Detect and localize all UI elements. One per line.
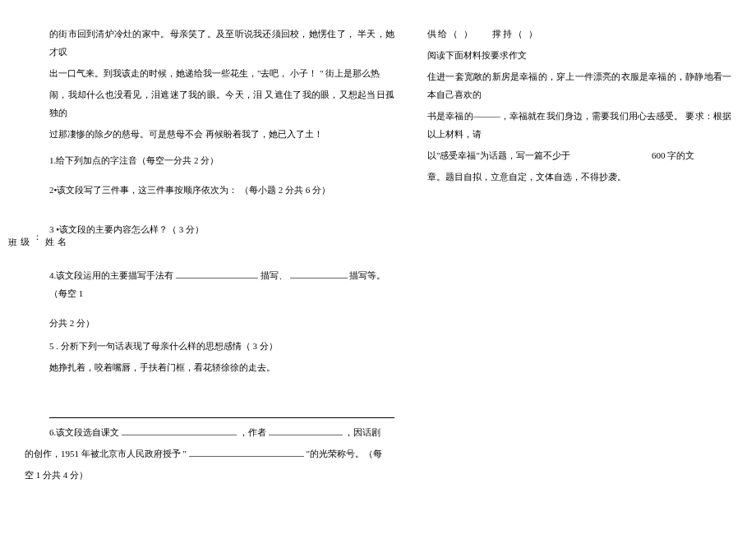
essay-text: 以"感受幸福"为话题，写一篇不少于	[427, 150, 570, 160]
q6-line3: 空 1 分共 4 分）	[25, 466, 394, 484]
question-5-line2: 她挣扎着，咬着嘴唇，手扶着门框，看花轿徐徐的走去。	[49, 358, 394, 376]
word-chengchi[interactable]: 撑持（ ）	[492, 29, 539, 39]
passage-line: 闹，我却什么也没看见，泪遮迷了我的眼。今天，泪 又遮住了我的眼，又想起当日孤独的	[49, 85, 394, 122]
essay-line: 以"感受幸福"为话题，写一篇不少于 600 字的文	[427, 146, 731, 164]
essay-heading: 阅读下面材料按要求作文	[427, 46, 731, 64]
q6-text: ，因话剧	[344, 427, 380, 437]
question-2: 2•该文段写了三件事，这三件事按顺序依次为： （每小题 2 分共 6 分）	[49, 181, 394, 199]
q4-line2: 分共 2 分）	[49, 314, 394, 332]
question-4: 4.该文段运用的主要描写手法有 描写、 描写等。（每空 1	[49, 266, 394, 302]
q6-text: "的光荣称号。（每	[307, 449, 383, 458]
passage-line: 过那凄惨的除夕的慈母。可是慈母不会 再候盼着我了，她已入了土！	[49, 125, 394, 143]
question-5-line1: 5 . 分析下列一句话表现了母亲什么样的思想感情（ 3 分）	[49, 337, 394, 355]
question-3: 3 •该文段的主要内容怎么样？（ 3 分）	[49, 220, 394, 238]
margin-surname: 姓	[44, 230, 56, 476]
margin-colon: ：	[31, 230, 44, 476]
margin-name: 名	[56, 230, 68, 476]
margin-group: 班	[7, 230, 19, 476]
vertical-margin-labels: 名 姓 ： 级 班	[7, 230, 68, 476]
fill-blank[interactable]	[122, 426, 237, 435]
fill-blank[interactable]	[269, 426, 343, 435]
right-column: 供给（ ） 撑持（ ） 阅读下面材料按要求作文 住进一套宽敞的新房是幸福的，穿上…	[427, 25, 740, 534]
left-column: 的街市回到清炉冷灶的家中。母亲笑了。及至听说我还须回校，她愣住了， 半天，她才叹…	[16, 25, 403, 534]
question-6: 6.该文段选自课文 ，作者 ，因话剧	[49, 423, 394, 441]
fill-blank[interactable]	[189, 447, 304, 457]
passage-line: 出一口气来。到我该走的时候，她递给我一些花生，"去吧， 小子！ " 街上是那么热	[49, 64, 394, 82]
horizontal-rule	[49, 417, 394, 418]
essay-word-count: 600	[652, 150, 666, 160]
question-1: 1.给下列加点的字注音（每空一分共 2 分）	[49, 151, 394, 169]
q4-text: 4.该文段运用的主要描写手法有	[49, 270, 176, 280]
essay-line: 书是幸福的———，幸福就在我们身边，需要我们用心去感受。 要求：根据以上材料，请	[427, 107, 731, 143]
document-page: 的街市回到清炉冷灶的家中。母亲笑了。及至听说我还须回校，她愣住了， 半天，她才叹…	[0, 0, 756, 534]
fill-blank[interactable]	[176, 269, 258, 279]
passage-line: 的街市回到清炉冷灶的家中。母亲笑了。及至听说我还须回校，她愣住了， 半天，她才叹	[49, 25, 394, 61]
essay-line: 章。题目自拟，立意自定，文体自选，不得抄袭。	[427, 168, 731, 186]
section-4-heading: 四、作文（40 分）	[49, 530, 394, 534]
fill-blank[interactable]	[290, 269, 348, 279]
q6-line2: 的创作，1951 年被北京市人民政府授予 " "的光荣称号。（每	[25, 444, 394, 463]
margin-class: 级	[19, 230, 31, 476]
word-gongji[interactable]: 供给（ ）	[427, 29, 474, 39]
q4-text: 描写、	[260, 270, 288, 280]
q6-text: ，作者	[239, 427, 269, 437]
pinyin-words: 供给（ ） 撑持（ ）	[427, 25, 731, 43]
essay-text: 字的文	[667, 150, 694, 160]
essay-line: 住进一套宽敞的新房是幸福的，穿上一件漂亮的衣服是幸福的，静静地看一 本自己喜欢的	[427, 67, 731, 104]
